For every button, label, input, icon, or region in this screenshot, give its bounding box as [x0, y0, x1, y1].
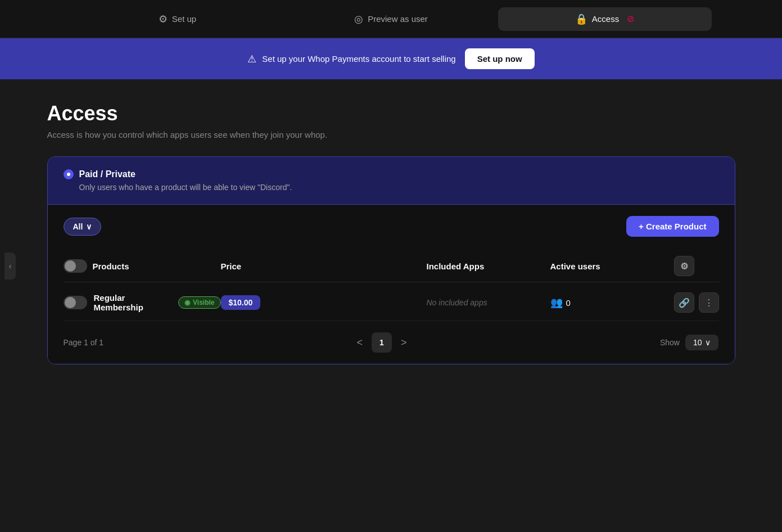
settings-icon-button[interactable]: ⚙ — [674, 256, 694, 276]
active-users-cell: 👥 0 — [550, 296, 674, 309]
show-value: 10 — [693, 338, 702, 347]
top-nav: ⚙ Set up ◎ Preview as user 🔒 Access ⊘ — [0, 0, 782, 38]
warning-icon: ⚠ — [247, 53, 256, 65]
page-subtitle: Access is how you control which apps use… — [47, 130, 735, 139]
show-select-dropdown[interactable]: 10 ∨ — [685, 335, 719, 350]
nav-label-preview: Preview as user — [368, 14, 428, 24]
banner-content: ⚠ Set up your Whop Payments account to s… — [247, 53, 455, 65]
prev-page-button[interactable]: < — [352, 335, 367, 351]
active-users-count: 0 — [566, 298, 571, 308]
show-control: Show 10 ∨ — [660, 335, 719, 350]
lock-icon: 🔒 — [575, 13, 587, 25]
product-toggle[interactable] — [64, 296, 87, 309]
show-label: Show — [660, 338, 680, 347]
col-header-settings: ⚙ — [674, 256, 719, 276]
col-header-products: Products — [64, 259, 221, 273]
products-section: All ∨ + Create Product Products Price In… — [48, 205, 735, 364]
page-title: Access — [47, 102, 735, 125]
access-card: Paid / Private Only users who have a pro… — [47, 156, 735, 364]
chevron-down-icon: ∨ — [86, 222, 92, 231]
access-slash-icon: ⊘ — [627, 13, 634, 24]
included-apps-cell: No included apps — [427, 297, 550, 308]
col-header-included-apps: Included Apps — [427, 262, 550, 271]
filter-dropdown[interactable]: All ∨ — [64, 218, 102, 236]
visible-badge: ◉ Visible — [178, 296, 220, 309]
banner-text: Set up your Whop Payments account to sta… — [262, 54, 455, 64]
current-page-number[interactable]: 1 — [372, 332, 392, 353]
main-content: Access Access is how you control which a… — [20, 79, 762, 387]
col-header-price: Price — [221, 262, 427, 271]
paid-private-title: Paid / Private — [79, 169, 136, 179]
col-header-active-users: Active users — [550, 262, 674, 271]
eye-circle-icon: ◎ — [354, 13, 363, 25]
radio-button-paid-private[interactable] — [64, 169, 74, 179]
no-apps-text: No included apps — [427, 298, 487, 307]
product-name: Regular Membership — [94, 293, 172, 312]
nav-label-setup: Set up — [172, 14, 196, 24]
create-product-button[interactable]: + Create Product — [626, 216, 718, 237]
price-value: $10.00 — [221, 295, 261, 310]
products-toggle-header[interactable] — [64, 259, 87, 273]
chevron-left-icon: ‹ — [9, 262, 12, 270]
paid-private-section: Paid / Private Only users who have a pro… — [48, 157, 735, 205]
users-icon: 👥 — [550, 296, 563, 309]
filter-label: All — [73, 222, 83, 231]
nav-item-preview[interactable]: ◎ Preview as user — [284, 7, 498, 31]
setup-now-button[interactable]: Set up now — [465, 48, 535, 69]
product-name-cell: Regular Membership ◉ Visible — [64, 293, 221, 312]
pagination-controls: < 1 > — [352, 332, 411, 353]
more-options-button[interactable]: ⋮ — [699, 292, 719, 313]
table-header: Products Price Included Apps Active user… — [64, 250, 719, 282]
price-cell: $10.00 — [221, 295, 427, 310]
paid-private-description: Only users who have a product will be ab… — [64, 183, 719, 192]
payments-banner: ⚠ Set up your Whop Payments account to s… — [0, 38, 782, 79]
paid-private-header: Paid / Private — [64, 169, 719, 179]
pagination: Page 1 of 1 < 1 > Show 10 ∨ — [64, 323, 719, 353]
visible-label: Visible — [193, 299, 214, 306]
sidebar-collapse-button[interactable]: ‹ — [4, 253, 16, 279]
actions-cell: 🔗 ⋮ — [674, 292, 719, 313]
table-row: Regular Membership ◉ Visible $10.00 No i… — [64, 285, 719, 321]
page-info: Page 1 of 1 — [64, 338, 104, 347]
nav-label-access: Access — [592, 14, 619, 24]
gear-icon: ⚙ — [159, 13, 168, 25]
toolbar: All ∨ + Create Product — [64, 216, 719, 237]
link-icon-button[interactable]: 🔗 — [674, 292, 694, 313]
nav-item-setup[interactable]: ⚙ Set up — [71, 7, 284, 31]
nav-item-access[interactable]: 🔒 Access ⊘ — [498, 7, 712, 31]
next-page-button[interactable]: > — [396, 335, 412, 351]
eye-icon: ◉ — [184, 299, 190, 306]
chevron-down-icon: ∨ — [705, 338, 711, 347]
